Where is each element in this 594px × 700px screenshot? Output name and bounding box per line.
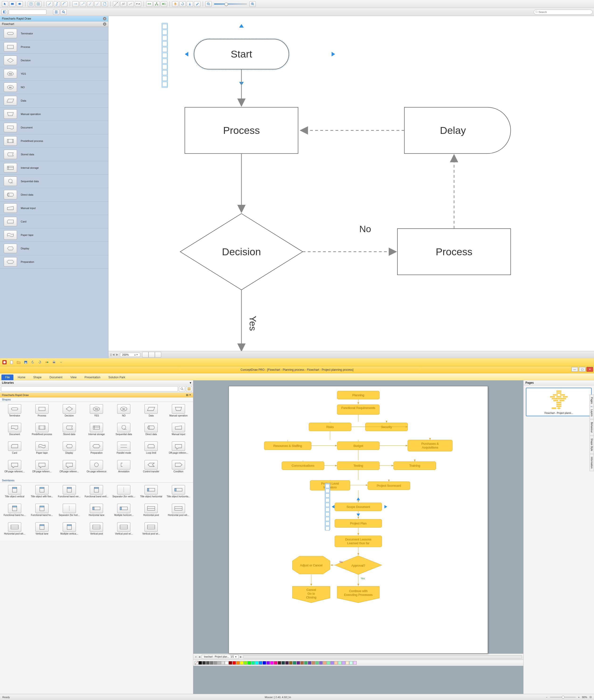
rect-tool-icon[interactable]: [9, 1, 15, 7]
swimlane-item[interactable]: Vertical pool wi...: [138, 521, 164, 539]
shape-item[interactable]: Data: [138, 403, 164, 421]
list-view-icon[interactable]: [53, 9, 59, 15]
shape-item[interactable]: Terminator: [0, 27, 108, 40]
spline-tool-icon[interactable]: [128, 1, 134, 7]
color-swatch[interactable]: [206, 661, 209, 665]
swimlane-item[interactable]: Multiple vertica...: [56, 521, 82, 539]
hscrollbar[interactable]: [243, 655, 522, 659]
zoom-out-icon[interactable]: −: [546, 696, 547, 699]
color-swatch[interactable]: [259, 661, 262, 665]
swimlane-item[interactable]: Horizontal pool wit...: [165, 503, 192, 521]
shape-item[interactable]: Manual input: [0, 201, 108, 215]
shape-item[interactable]: On-page reference: [84, 459, 110, 477]
connector-direct-icon[interactable]: [80, 1, 86, 7]
scroll-right-icon[interactable]: ▶: [116, 353, 118, 356]
ribbon-tab-solution-park[interactable]: Solution Park: [105, 374, 129, 380]
color-swatch[interactable]: [213, 661, 217, 665]
color-swatch[interactable]: [319, 661, 323, 665]
pointer-tool-icon[interactable]: [2, 1, 8, 7]
panel-pin-icon[interactable]: ▾: [190, 381, 191, 385]
shape-item[interactable]: Annotation: [110, 459, 137, 477]
shape-item[interactable]: Condition: [165, 459, 192, 477]
shape-item[interactable]: Decision: [0, 54, 108, 67]
color-swatch[interactable]: [327, 661, 330, 665]
zoom-fit-icon[interactable]: ⊡: [590, 696, 592, 699]
color-swatch[interactable]: [244, 661, 247, 665]
ellipse-tool-icon[interactable]: [16, 1, 23, 7]
connector-curve-icon[interactable]: [94, 1, 101, 7]
shape-item[interactable]: Off-page referen...: [56, 459, 82, 477]
shape-item[interactable]: Direct data: [138, 422, 164, 440]
ribbon-tab-view[interactable]: View: [67, 374, 80, 380]
view-mode-1-icon[interactable]: [142, 352, 148, 358]
library-toggle-icon[interactable]: [1, 9, 8, 15]
dir-arrow-right-icon[interactable]: [332, 52, 335, 57]
rotate-tool-icon[interactable]: [179, 1, 186, 7]
dir-arrow-up-icon[interactable]: [239, 24, 244, 28]
color-swatch[interactable]: [349, 661, 353, 665]
lib-category-controls[interactable]: ▤ ✕: [186, 393, 191, 396]
shape-item[interactable]: Manual operation: [0, 107, 108, 121]
color-swatch[interactable]: [255, 661, 259, 665]
color-swatch[interactable]: [278, 661, 281, 665]
library-header[interactable]: Flowchart ✕: [0, 22, 108, 27]
shape-item[interactable]: Process: [29, 403, 55, 421]
shape-item[interactable]: Card: [0, 215, 108, 228]
ribbon-tab-home[interactable]: Home: [14, 374, 29, 380]
page-tab[interactable]: lowchart - Project plan... 1/1 ▾: [202, 655, 238, 659]
shape-item[interactable]: Off-page referen...: [29, 459, 55, 477]
shape-item[interactable]: Direct data: [0, 188, 108, 201]
find-input[interactable]: [9, 9, 46, 14]
connector-smart-icon[interactable]: [72, 1, 79, 7]
shape-item[interactable]: Decision: [56, 403, 82, 421]
bezier-tool-icon[interactable]: [135, 1, 141, 7]
color-swatch[interactable]: [300, 661, 304, 665]
color-swatch[interactable]: [282, 661, 285, 665]
maximize-button[interactable]: ▢: [579, 367, 586, 372]
add-page-icon[interactable]: ＋: [195, 655, 197, 659]
shape-item[interactable]: Parallel mode: [110, 440, 137, 458]
side-tab-pages[interactable]: Pages: [590, 395, 594, 406]
shape-item[interactable]: Loop limit: [138, 440, 164, 458]
swimlane-item[interactable]: Functional band ho...: [1, 503, 28, 521]
shape-item[interactable]: Predefined process: [29, 422, 55, 440]
search-input[interactable]: [534, 9, 593, 14]
zoom-in-icon[interactable]: +: [578, 696, 580, 699]
page-thumbnail[interactable]: Flowchart - Project planni...: [526, 388, 592, 416]
shape-item[interactable]: Card: [1, 440, 28, 458]
color-swatch[interactable]: [217, 661, 221, 665]
color-swatch[interactable]: [323, 661, 326, 665]
color-swatch[interactable]: [236, 661, 240, 665]
color-swatch[interactable]: [266, 661, 270, 665]
side-tab-shape-style[interactable]: Shape Style: [590, 436, 594, 454]
stamp-tool-icon[interactable]: [187, 1, 193, 7]
shape-item[interactable]: NONO: [110, 403, 137, 421]
color-swatch[interactable]: [338, 661, 341, 665]
close-button[interactable]: ✕: [587, 367, 593, 372]
ribbon-tab-file[interactable]: File: [1, 374, 13, 380]
segment-tool-icon[interactable]: [113, 1, 119, 7]
lib-search-input[interactable]: [1, 386, 178, 392]
polyline-tool-icon[interactable]: [120, 1, 127, 7]
color-swatch[interactable]: [316, 661, 319, 665]
canvas-page[interactable]: Planning Functional Requirements Risks S…: [229, 386, 488, 654]
shape-item[interactable]: Preparation: [0, 255, 108, 269]
scroll-left-icon[interactable]: ‖ ◀: [110, 353, 114, 356]
swimlane-item[interactable]: Vertical pool wi...: [110, 521, 137, 539]
color-swatch[interactable]: [202, 661, 206, 665]
shape-item[interactable]: Off-page referen...: [165, 440, 192, 458]
color-swatch[interactable]: [221, 661, 225, 665]
swimlane-item[interactable]: Multiple horizont...: [110, 503, 137, 521]
save-icon[interactable]: [23, 360, 29, 365]
arc-tool-icon[interactable]: [61, 1, 67, 7]
zoom-slider[interactable]: [214, 3, 247, 4]
swimlane-item[interactable]: Functional band verti...: [84, 484, 110, 502]
color-swatch[interactable]: [289, 661, 293, 665]
dir-arrow-left-icon[interactable]: [185, 52, 188, 57]
color-swatch[interactable]: [210, 661, 213, 665]
swimlane-item[interactable]: Horizontal lane: [84, 503, 110, 521]
connector-tool-icon[interactable]: [54, 1, 60, 7]
search-shapes-icon[interactable]: [60, 9, 67, 15]
shape-item[interactable]: Document: [1, 422, 28, 440]
lib-search-button[interactable]: [179, 386, 185, 392]
